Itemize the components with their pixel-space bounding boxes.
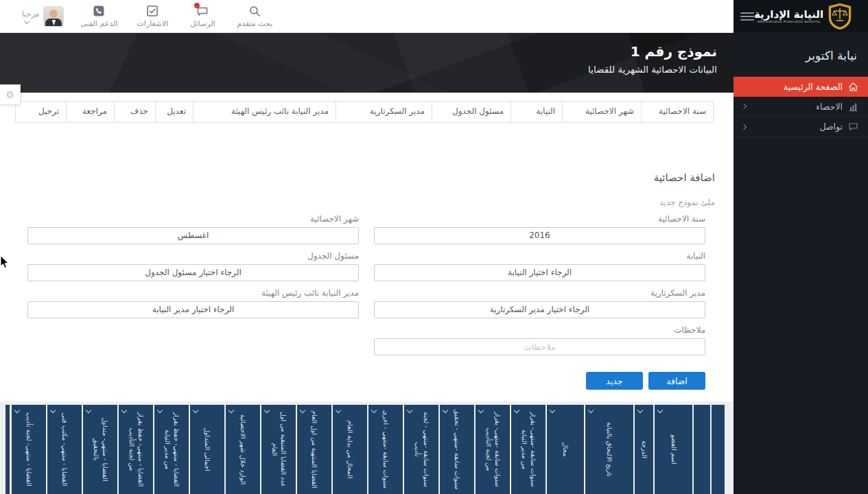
chevron-down-icon[interactable]: [14, 408, 20, 413]
members-column-label: اجمالى المتداول: [203, 409, 212, 490]
records-column-header[interactable]: سنة الاحصائية: [641, 102, 713, 122]
records-column-header[interactable]: مدير النيابة نائب رئيس الهيئة: [193, 102, 336, 122]
secretariat-manager-select[interactable]: الرجاء اختيار مدير السكرتارية: [374, 301, 705, 318]
members-column-label: سنوات سابقة -منتهي - لجنة تأديب: [412, 409, 430, 490]
members-column-header[interactable]: سنوات سابقة -منتهي - لجنة تأديب: [404, 405, 438, 494]
chevron-down-icon: [24, 18, 30, 23]
members-column-header[interactable]: [712, 405, 725, 494]
chevron-down-icon[interactable]: [371, 408, 377, 413]
members-column-label: القضايا - منتهي- حفظ بقرار من لجنة التأد…: [127, 409, 145, 490]
sidebar-item-statistics[interactable]: الاحصاء: [734, 97, 868, 117]
chevron-down-icon[interactable]: [550, 408, 555, 413]
chevron-down-icon[interactable]: [121, 408, 127, 413]
records-column-header[interactable]: مدير السكرتارية: [336, 102, 432, 122]
members-column-header[interactable]: المحال من بداية العام: [333, 405, 367, 494]
members-column-header[interactable]: القضايا - منتهي- حفظ بقرار من مدير النيا…: [154, 405, 189, 494]
records-column-header[interactable]: ترحيل: [16, 102, 66, 122]
new-button[interactable]: جديد: [586, 372, 643, 390]
prosecution-manager-select[interactable]: الرجاء اختيار مدير النيابة: [27, 301, 359, 318]
form-subheading: ملئ نموذج جديد: [27, 198, 715, 207]
prosecution-manager-label: مدير النيابة نائب رئيس الهيئة: [27, 288, 359, 298]
avatar-head: [49, 10, 58, 18]
members-column-header[interactable]: سنوات سابقة -منتهى- بقرار من مدير النياب…: [511, 405, 546, 494]
chevron-down-icon[interactable]: [157, 408, 163, 413]
members-table-header: اسم العضو الدرجة تاريخ الالتحاق بالنيابة…: [12, 405, 725, 494]
chevron-down-icon[interactable]: [228, 408, 234, 413]
phone-icon: [93, 5, 105, 17]
station-title: نيابة اكتوبر: [734, 32, 868, 76]
chevron-down-icon[interactable]: [193, 408, 198, 413]
members-column-header[interactable]: سنوات سابقة -منتهي - تحقيق: [440, 405, 474, 494]
members-column-header[interactable]: القضايا المنتهية من اول العام: [297, 405, 331, 494]
nav-notifications[interactable]: الاشعارات: [137, 5, 168, 28]
members-column-header[interactable]: الوارد خلال شهر الاحصائية: [226, 405, 260, 494]
sidebar-item-contact[interactable]: تواصل: [734, 117, 868, 137]
members-column-header[interactable]: محال: [547, 405, 584, 494]
members-column-label: تاريخ الالتحاق بالنيابة: [605, 409, 614, 490]
chevron-down-icon[interactable]: [300, 408, 305, 413]
chevron-down-icon[interactable]: [657, 408, 663, 413]
records-column-header[interactable]: حذف: [114, 102, 155, 122]
members-column-label: القضايا - منتهي- حفظ بقرار من مدير النيا…: [163, 409, 180, 490]
chevron-down-icon[interactable]: [50, 408, 56, 413]
chevron-down-icon[interactable]: [86, 408, 91, 413]
nav-support-label: الدعم الفنى: [80, 19, 117, 28]
page-title: نموذج رقم 1: [16, 43, 717, 60]
members-column-header[interactable]: تاريخ الالتحاق بالنيابة: [585, 405, 633, 494]
month-select[interactable]: اغسطس: [27, 227, 359, 244]
avatar[interactable]: [43, 6, 64, 27]
chevron-down-icon[interactable]: [478, 408, 484, 413]
home-icon: [848, 82, 858, 92]
members-column-header[interactable]: القضايا - منتهي- مكتب فنى: [47, 405, 82, 494]
brand: النيابة الإدارية Administrative Prosecut…: [754, 3, 852, 30]
nav-messages[interactable]: الرسائل: [187, 5, 218, 28]
members-column-header[interactable]: القضايا - منتهي- متداول بالتحقيق: [83, 405, 117, 494]
chevron-down-icon[interactable]: [588, 408, 594, 413]
members-column-label: المحال من بداية العام: [346, 409, 355, 490]
chevron-down-icon[interactable]: [264, 408, 270, 413]
members-column-header[interactable]: عدد القضايا المتبقية من اول العام: [261, 405, 296, 494]
nav-support[interactable]: الدعم الفنى: [80, 5, 117, 28]
members-column-header[interactable]: القضايا - منتهي- لجنة تأديب: [12, 405, 46, 494]
members-column-header[interactable]: سنوات سابقة -منتهي - اخرى: [368, 405, 403, 494]
members-column-header[interactable]: القضايا - منتهي- حفظ بقرار من لجنة التأد…: [119, 405, 153, 494]
chevron-down-icon[interactable]: [407, 408, 412, 413]
records-column-header[interactable]: تعديل: [155, 102, 193, 122]
add-button[interactable]: اضافة: [648, 372, 705, 390]
notes-label: ملاحظات: [374, 325, 705, 335]
chevron-right-icon: [741, 124, 747, 129]
prosecution-select[interactable]: الرجاء اختيار النيابة: [374, 264, 705, 281]
chevron-down-icon[interactable]: [443, 408, 448, 413]
members-column-header[interactable]: اجمالى المتداول: [190, 405, 224, 494]
user-greeting-menu[interactable]: مرحبا: [22, 10, 39, 23]
checkbox-icon: [146, 5, 159, 17]
records-column-header[interactable]: شهر الاحصائية: [562, 102, 641, 122]
nav-advanced-search[interactable]: بحث متقدم: [237, 5, 272, 28]
sidebar-menu: الصفحة الرئيسية الاحصاء تواصل: [734, 76, 868, 137]
year-select[interactable]: 2016: [374, 227, 705, 244]
secretariat-manager-label: مدير السكرتارية: [374, 288, 705, 298]
page-subtitle: البيانات الاحصائية الشهرية للقضايا: [16, 64, 717, 75]
members-column-header[interactable]: اسم العضو: [655, 405, 692, 494]
chevron-down-icon[interactable]: [514, 408, 519, 413]
chevron-down-icon[interactable]: [336, 408, 341, 413]
add-statistic-form: اضافة احصائية ملئ نموذج جديد سنة الاحصائ…: [27, 172, 705, 390]
notes-input[interactable]: [374, 338, 705, 355]
members-column-header[interactable]: الدرجة: [635, 405, 653, 494]
settings-panel-toggle[interactable]: ⚙: [0, 84, 21, 105]
members-column-header[interactable]: [694, 405, 710, 494]
main-area: مرحبا الدعم الفنى ا: [0, 0, 734, 494]
records-column-header[interactable]: مسئول الجدول: [432, 102, 511, 122]
topbar: مرحبا الدعم الفنى ا: [0, 0, 734, 33]
records-column-header[interactable]: مراجعة: [66, 102, 114, 122]
members-column-label: سنوات سابقة -منتهي - تحقيق: [453, 409, 462, 490]
prosecution-label: النيابة: [374, 251, 705, 261]
hamburger-menu-icon[interactable]: [740, 12, 754, 21]
sidebar-item-home[interactable]: الصفحة الرئيسية: [734, 77, 868, 97]
field-notes: ملاحظات: [374, 325, 705, 355]
members-column-header[interactable]: سنوات سابقة -منتهى- بقرار من لجنة التأدي…: [476, 405, 510, 494]
form-heading: اضافة احصائية: [27, 172, 715, 184]
records-column-header[interactable]: النيابة: [511, 102, 562, 122]
bar-chart-icon: [848, 102, 858, 112]
table-officer-select[interactable]: الرجاء اختيار مسئول الجدول: [27, 264, 359, 281]
